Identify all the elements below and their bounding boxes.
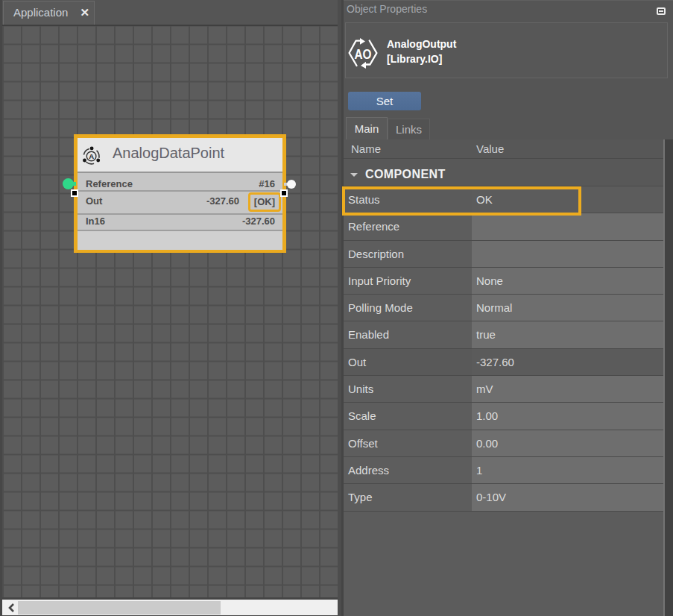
svg-text:A: A xyxy=(89,152,94,160)
svg-text:AO: AO xyxy=(355,46,372,62)
